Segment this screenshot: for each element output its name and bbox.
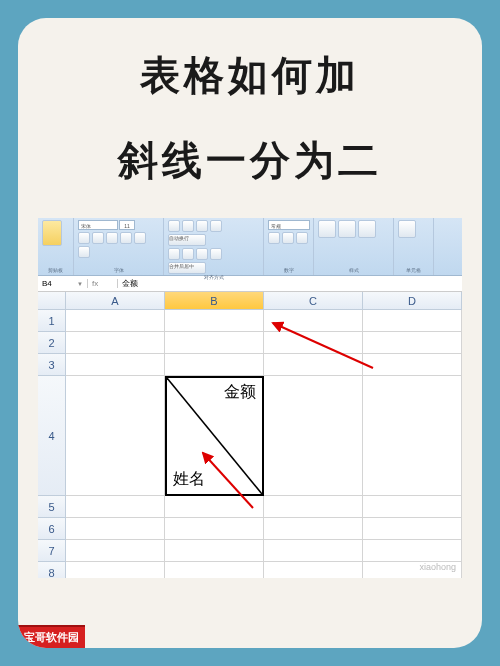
number-format-select[interactable]: 常规 bbox=[268, 220, 310, 230]
cell[interactable] bbox=[363, 496, 462, 518]
align-left-button[interactable] bbox=[168, 248, 180, 260]
row-header-2[interactable]: 2 bbox=[38, 332, 66, 354]
name-box[interactable]: B4 ▼ bbox=[38, 279, 88, 288]
cell[interactable] bbox=[66, 332, 165, 354]
ribbon-section-align: 对齐方式 bbox=[168, 274, 259, 280]
ribbon: 剪贴板 宋体 11 字体 bbox=[38, 218, 462, 276]
ribbon-section-font: 字体 bbox=[78, 267, 159, 273]
cell[interactable] bbox=[66, 562, 165, 578]
align-right-button[interactable] bbox=[196, 248, 208, 260]
cell-style-button[interactable] bbox=[358, 220, 376, 238]
cell[interactable] bbox=[363, 540, 462, 562]
decrease-indent-button[interactable] bbox=[210, 248, 222, 260]
col-header-b[interactable]: B bbox=[165, 292, 264, 310]
fx-label[interactable]: fx bbox=[88, 279, 118, 288]
cell[interactable] bbox=[66, 518, 165, 540]
ribbon-section-cells: 单元格 bbox=[398, 267, 429, 273]
col-header-a[interactable]: A bbox=[66, 292, 165, 310]
cell[interactable] bbox=[165, 562, 264, 578]
cell[interactable] bbox=[363, 332, 462, 354]
cell[interactable] bbox=[165, 310, 264, 332]
cell[interactable] bbox=[264, 562, 363, 578]
ribbon-section-style: 样式 bbox=[318, 267, 389, 273]
cell[interactable] bbox=[66, 540, 165, 562]
align-top-button[interactable] bbox=[168, 220, 180, 232]
cell[interactable] bbox=[66, 376, 165, 496]
col-header-d[interactable]: D bbox=[363, 292, 462, 310]
cell[interactable] bbox=[264, 310, 363, 332]
title-line-1: 表格如何加 bbox=[38, 48, 462, 103]
cell[interactable] bbox=[264, 496, 363, 518]
spreadsheet-grid: A B C D 1 2 3 4 金额 bbox=[38, 292, 462, 578]
source-badge: 宝哥软件园 bbox=[18, 625, 85, 648]
ribbon-section-clipboard: 剪贴板 bbox=[42, 267, 69, 273]
chevron-down-icon: ▼ bbox=[77, 281, 83, 287]
row-header-5[interactable]: 5 bbox=[38, 496, 66, 518]
cell[interactable] bbox=[66, 496, 165, 518]
currency-button[interactable] bbox=[268, 232, 280, 244]
ribbon-section-number: 数字 bbox=[268, 267, 309, 273]
cell[interactable] bbox=[264, 540, 363, 562]
orientation-button[interactable] bbox=[210, 220, 222, 232]
title-line-2: 斜线一分为二 bbox=[38, 133, 462, 188]
row-header-3[interactable]: 3 bbox=[38, 354, 66, 376]
cell[interactable] bbox=[165, 354, 264, 376]
cell[interactable] bbox=[264, 376, 363, 496]
wrap-text-button[interactable]: 自动换行 bbox=[168, 234, 206, 246]
row-header-8[interactable]: 8 bbox=[38, 562, 66, 578]
italic-button[interactable] bbox=[92, 232, 104, 244]
row-header-6[interactable]: 6 bbox=[38, 518, 66, 540]
border-button[interactable] bbox=[120, 232, 132, 244]
font-name-select[interactable]: 宋体 bbox=[78, 220, 118, 230]
row-header-4[interactable]: 4 bbox=[38, 376, 66, 496]
cell-reference: B4 bbox=[42, 279, 52, 288]
select-all-corner[interactable] bbox=[38, 292, 66, 310]
align-center-button[interactable] bbox=[182, 248, 194, 260]
cell[interactable] bbox=[165, 518, 264, 540]
percent-button[interactable] bbox=[282, 232, 294, 244]
cell[interactable] bbox=[264, 354, 363, 376]
diagonal-top-label: 金额 bbox=[224, 382, 256, 403]
cell[interactable] bbox=[363, 310, 462, 332]
paste-icon[interactable] bbox=[42, 220, 62, 246]
table-format-button[interactable] bbox=[338, 220, 356, 238]
conditional-format-button[interactable] bbox=[318, 220, 336, 238]
format-button[interactable] bbox=[398, 220, 416, 238]
col-header-c[interactable]: C bbox=[264, 292, 363, 310]
merge-button[interactable]: 合并后居中 bbox=[168, 262, 206, 274]
row-header-1[interactable]: 1 bbox=[38, 310, 66, 332]
cell[interactable] bbox=[363, 376, 462, 496]
cell[interactable] bbox=[165, 496, 264, 518]
row-header-7[interactable]: 7 bbox=[38, 540, 66, 562]
font-size-select[interactable]: 11 bbox=[119, 220, 135, 230]
cell[interactable] bbox=[363, 354, 462, 376]
cell[interactable] bbox=[66, 310, 165, 332]
cell[interactable] bbox=[264, 332, 363, 354]
excel-window: 剪贴板 宋体 11 字体 bbox=[38, 218, 462, 578]
bold-button[interactable] bbox=[78, 232, 90, 244]
formula-input[interactable]: 金额 bbox=[118, 278, 142, 289]
cell[interactable] bbox=[165, 540, 264, 562]
cell[interactable] bbox=[66, 354, 165, 376]
diagonal-bottom-label: 姓名 bbox=[173, 469, 205, 490]
font-color-button[interactable] bbox=[78, 246, 90, 258]
align-middle-button[interactable] bbox=[182, 220, 194, 232]
underline-button[interactable] bbox=[106, 232, 118, 244]
align-bottom-button[interactable] bbox=[196, 220, 208, 232]
fill-color-button[interactable] bbox=[134, 232, 146, 244]
cell[interactable] bbox=[165, 332, 264, 354]
cell[interactable] bbox=[363, 518, 462, 540]
cell[interactable] bbox=[264, 518, 363, 540]
diagonal-cell[interactable]: 金额 姓名 bbox=[165, 376, 264, 496]
watermark: xiaohong bbox=[419, 562, 456, 572]
comma-button[interactable] bbox=[296, 232, 308, 244]
